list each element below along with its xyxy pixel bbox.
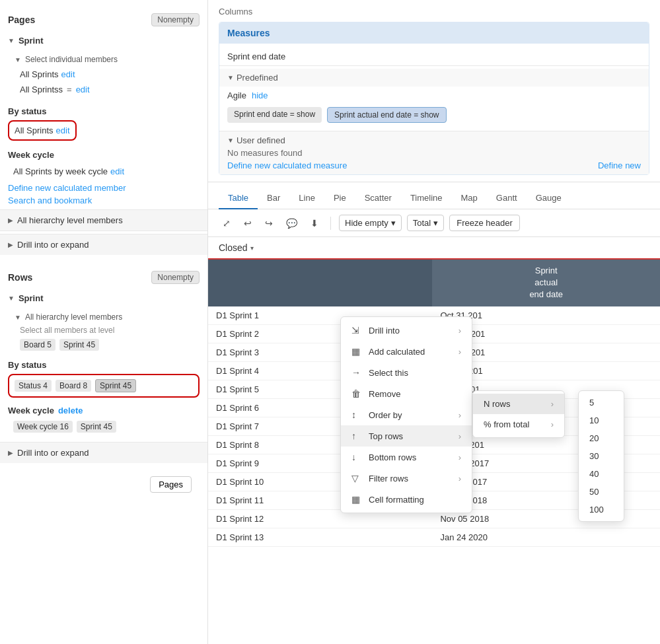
nrows-30[interactable]: 30 <box>579 447 624 465</box>
by-status-rows-section: By status Status 4 Board 8 Sprint 45 <box>0 357 207 403</box>
sprint45-chip-2[interactable]: Sprint 45 <box>77 421 116 433</box>
hide-empty-dropdown[interactable]: Hide empty ▾ <box>339 215 402 231</box>
week-cycle-rows-label: Week cycle <box>8 406 54 415</box>
pct-from-total-submenu-item[interactable]: % from total › <box>473 414 564 435</box>
nrows-5[interactable]: 5 <box>579 394 624 411</box>
context-menu-drill-into[interactable]: ⇲ Drill into › <box>341 320 472 341</box>
by-status-pages-box[interactable]: All Sprints edit <box>8 120 77 141</box>
undo-icon-btn[interactable]: ↩ <box>240 215 256 231</box>
user-defined-label[interactable]: ▼ User defined <box>227 135 641 145</box>
table-toolbar: ⤢ ↩ ↪ 💬 ⬇ Hide empty ▾ Total ▾ Freeze he… <box>208 209 660 237</box>
tab-table[interactable]: Table <box>219 188 258 209</box>
sprint45-chip-1[interactable]: Sprint 45 <box>59 339 99 351</box>
context-menu-bottom-rows[interactable]: ↓ Bottom rows › <box>341 447 472 468</box>
order-by-label: Order by <box>369 410 402 420</box>
predefined-label[interactable]: ▼ Predefined <box>219 69 649 87</box>
total-chevron-icon: ▾ <box>433 218 438 228</box>
week-cycle-pages-edit[interactable]: edit <box>110 166 124 176</box>
context-menu-select-this[interactable]: → Select this <box>341 362 472 383</box>
maximize-icon-btn[interactable]: ⤢ <box>219 215 235 231</box>
define-new-calc-measure-link[interactable]: Define new calculated measure <box>227 161 347 170</box>
drill-into-label: Drill into <box>369 326 400 336</box>
n-rows-submenu-item[interactable]: N rows › <box>473 394 564 414</box>
columns-area: Columns Measures Sprint end date ▼ Prede… <box>208 0 660 182</box>
rows-section-header: Rows Nonempty <box>0 266 207 289</box>
tab-gauge[interactable]: Gauge <box>527 188 571 209</box>
rows-sprint-group-label[interactable]: ▼ Sprint <box>0 289 207 307</box>
sprint-cell: D1 Sprint 13 <box>208 528 432 546</box>
define-new-calc-member-link[interactable]: Define new calculated member <box>0 182 207 194</box>
by-status-rows-box[interactable]: Status 4 Board 8 Sprint 45 <box>8 374 200 398</box>
context-menu-filter-rows[interactable]: ▽ Filter rows › <box>341 468 472 489</box>
rows-sprint-label: Sprint <box>18 293 44 303</box>
rows-hierarchy-chevron-icon: ▼ <box>15 314 21 321</box>
context-menu-order-by[interactable]: ↕ Order by › <box>341 404 472 425</box>
by-status-pages-all-sprints: All Sprints <box>15 125 54 135</box>
bottom-rows-label: Bottom rows <box>369 452 416 462</box>
table-area: Closed ▾ Sprintactualend date D1 Sprint … <box>208 237 660 644</box>
board8-chip[interactable]: Board 8 <box>55 380 91 392</box>
all-sprints-edit-2[interactable]: edit <box>76 85 90 94</box>
select-individual-members-label[interactable]: ▼ Select individual members <box>15 52 200 67</box>
all-sprints-item-1: All Sprints edit <box>15 67 200 82</box>
pages-button[interactable]: Pages <box>150 476 192 493</box>
all-sprints-edit-1[interactable]: edit <box>61 69 75 79</box>
week-cycle16-chip[interactable]: Week cycle 16 <box>13 421 73 433</box>
by-status-pages-edit-link[interactable]: edit <box>56 125 70 135</box>
nrows-50[interactable]: 50 <box>579 483 624 501</box>
redo-icon-btn[interactable]: ↪ <box>261 215 277 231</box>
nrows-10[interactable]: 10 <box>579 411 624 429</box>
drill-expand-pages-row[interactable]: ▶ Drill into or expand <box>0 234 207 255</box>
sprint-actual-end-date-chip[interactable]: Sprint actual end date = show <box>327 107 446 123</box>
define-new-link[interactable]: Define new <box>598 161 641 170</box>
search-and-bookmark-link[interactable]: Search and bookmark <box>0 194 207 207</box>
sprint-end-date-chip[interactable]: Sprint end date = show <box>227 107 322 123</box>
context-menu-cell-formatting[interactable]: ▦ Cell formatting <box>341 489 472 510</box>
pages-nonempty-badge[interactable]: Nonempty <box>151 13 200 26</box>
status4-chip[interactable]: Status 4 <box>15 380 52 392</box>
drill-into-arrow-icon: › <box>458 326 461 336</box>
sprint45-chip-selected[interactable]: Sprint 45 <box>95 379 136 392</box>
context-menu-remove[interactable]: 🗑 Remove <box>341 383 472 404</box>
total-dropdown[interactable]: Total ▾ <box>407 215 444 231</box>
select-this-icon: → <box>351 367 362 378</box>
n-rows-label: N rows <box>484 399 510 409</box>
drill-expand-rows-row[interactable]: ▶ Drill into or expand <box>0 442 207 463</box>
add-calc-arrow-icon: › <box>458 347 461 357</box>
nrows-100[interactable]: 100 <box>579 501 624 519</box>
context-menu: ⇲ Drill into › ▦ Add calculated › → Sele… <box>340 316 472 513</box>
hide-link[interactable]: hide <box>252 90 268 100</box>
download-icon-btn[interactable]: ⬇ <box>307 215 322 231</box>
sprint-group-label[interactable]: ▼ Sprint <box>0 32 207 50</box>
tab-line[interactable]: Line <box>289 188 324 209</box>
toolbar-divider <box>330 217 331 230</box>
context-menu-top-rows[interactable]: ↑ Top rows › <box>341 425 472 447</box>
remove-icon: 🗑 <box>351 388 362 399</box>
rows-nonempty-badge[interactable]: Nonempty <box>151 271 200 284</box>
drill-into-icon: ⇲ <box>351 325 362 336</box>
comment-icon-btn[interactable]: 💬 <box>282 215 301 231</box>
top-rows-arrow-icon: › <box>458 431 461 441</box>
context-menu-add-calculated[interactable]: ▦ Add calculated › <box>341 341 472 362</box>
tab-gantt[interactable]: Gantt <box>487 188 527 209</box>
closed-header[interactable]: Closed ▾ <box>208 237 660 260</box>
rows-hierarchy-label[interactable]: ▼ All hierarchy level members <box>15 310 200 324</box>
board5-chip[interactable]: Board 5 <box>20 339 55 351</box>
tab-timeline[interactable]: Timeline <box>401 188 452 209</box>
nrows-20[interactable]: 20 <box>579 429 624 447</box>
drill-chevron-icon: ▶ <box>8 241 13 248</box>
tab-scatter[interactable]: Scatter <box>355 188 401 209</box>
sprint-group: ▼ Sprint ▼ Select individual members All… <box>0 32 207 207</box>
tab-map[interactable]: Map <box>452 188 487 209</box>
week-cycle-delete-link[interactable]: delete <box>58 406 83 415</box>
all-hierarchy-members-row[interactable]: ▶ All hierarchy level members <box>0 209 207 231</box>
sprint-label: Sprint <box>18 36 44 46</box>
table-row: D1 Sprint 13 Jan 24 2020 <box>208 528 660 546</box>
freeze-header-btn[interactable]: Freeze header <box>449 215 520 231</box>
pages-section-header: Pages Nonempty <box>0 8 207 32</box>
tab-pie[interactable]: Pie <box>324 188 355 209</box>
agile-row: Agile hide <box>219 87 649 104</box>
closed-chevron-icon: ▾ <box>250 244 254 252</box>
tab-bar[interactable]: Bar <box>258 188 289 209</box>
nrows-40[interactable]: 40 <box>579 465 624 483</box>
